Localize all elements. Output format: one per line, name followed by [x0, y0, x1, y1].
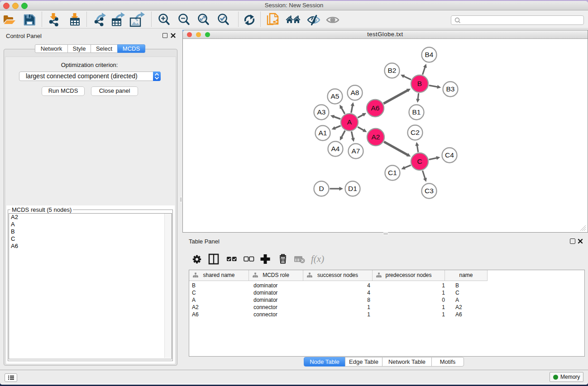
- svg-text:B: B: [417, 80, 422, 87]
- svg-text:A5: A5: [331, 92, 339, 100]
- svg-text:B4: B4: [425, 51, 434, 58]
- svg-text:A6: A6: [371, 104, 380, 112]
- svg-text:A8: A8: [351, 89, 359, 96]
- svg-text:C3: C3: [425, 187, 434, 195]
- svg-text:B2: B2: [388, 67, 397, 74]
- svg-text:B1: B1: [412, 108, 421, 116]
- svg-text:A1: A1: [319, 129, 327, 137]
- svg-text:f(x): f(x): [311, 253, 324, 264]
- svg-text:C1: C1: [388, 169, 397, 176]
- svg-text:C4: C4: [445, 151, 454, 159]
- svg-text:B3: B3: [446, 85, 455, 93]
- svg-text:C: C: [417, 157, 422, 165]
- svg-text:A4: A4: [331, 145, 340, 152]
- svg-text:A: A: [347, 118, 352, 126]
- svg-text:C2: C2: [411, 129, 420, 136]
- svg-text:D1: D1: [348, 185, 357, 192]
- svg-text:A2: A2: [372, 133, 380, 141]
- svg-text:D: D: [319, 185, 324, 192]
- svg-text:A3: A3: [317, 108, 326, 116]
- svg-text:A7: A7: [352, 147, 360, 155]
